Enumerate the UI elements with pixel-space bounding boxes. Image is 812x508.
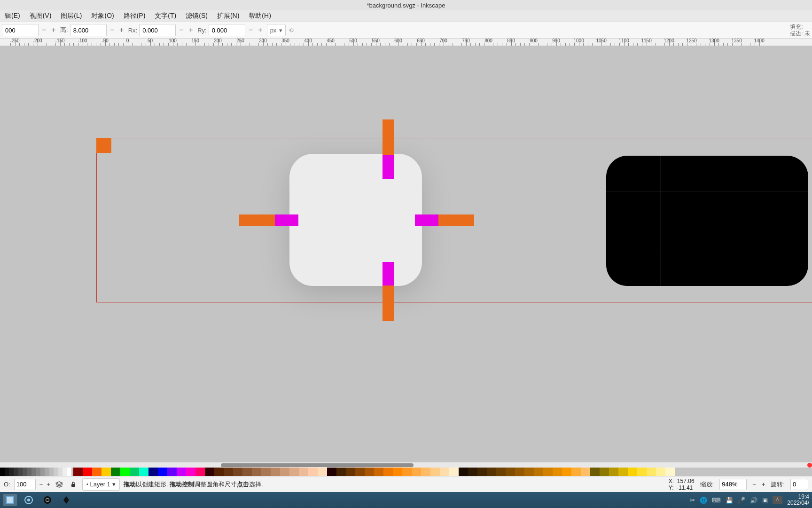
tray-scissors-icon[interactable]: ✂ — [690, 497, 695, 504]
swatch[interactable] — [92, 468, 102, 476]
swatch[interactable] — [186, 468, 195, 476]
swatch[interactable] — [0, 468, 5, 476]
zoom-minus-icon[interactable]: − — [752, 481, 756, 488]
swatch[interactable] — [289, 468, 299, 476]
swatch[interactable] — [224, 468, 233, 476]
tray-mic-icon[interactable]: 🎤 — [738, 497, 745, 504]
swatch[interactable] — [600, 468, 609, 476]
tray-globe-icon[interactable]: 🌐 — [700, 497, 707, 504]
swatch[interactable] — [261, 468, 271, 476]
taskbar-start-button[interactable] — [3, 494, 17, 506]
swatch[interactable] — [67, 468, 72, 476]
swatch[interactable] — [393, 468, 402, 476]
swatch[interactable] — [618, 468, 628, 476]
swatch[interactable] — [9, 468, 14, 476]
swatch[interactable] — [102, 468, 111, 476]
swatch[interactable] — [36, 468, 40, 476]
swatch[interactable] — [23, 468, 27, 476]
swatch[interactable] — [637, 468, 647, 476]
rx-plus-icon[interactable]: + — [187, 24, 195, 36]
opacity-minus-icon[interactable]: − — [39, 481, 43, 488]
menu-item-6[interactable]: 滤镜(S) — [181, 10, 212, 22]
tray-disk-icon[interactable]: 💾 — [726, 497, 733, 504]
zoom-plus-icon[interactable]: + — [762, 481, 765, 488]
unit-select[interactable]: px ▾ — [267, 24, 286, 36]
handle-bottom-orange[interactable] — [383, 286, 394, 321]
swatch[interactable] — [656, 468, 665, 476]
opacity-input[interactable] — [14, 479, 36, 490]
swatch[interactable] — [83, 468, 92, 476]
swatch[interactable] — [111, 468, 120, 476]
menu-item-1[interactable]: 视图(V) — [25, 10, 56, 22]
layer-select[interactable]: • Layer 1 ▾ — [82, 478, 120, 491]
menu-item-7[interactable]: 扩展(N) — [212, 10, 244, 22]
menu-item-2[interactable]: 图层(L) — [56, 10, 86, 22]
swatch[interactable] — [336, 468, 346, 476]
swatch[interactable] — [459, 468, 468, 476]
swatch[interactable] — [468, 468, 477, 476]
swatch[interactable] — [120, 468, 130, 476]
swatch[interactable] — [31, 468, 36, 476]
menu-item-0[interactable]: 辑(E) — [0, 10, 25, 22]
handle-right-orange[interactable] — [438, 214, 474, 226]
width-plus-icon[interactable]: + — [50, 24, 57, 36]
swatch[interactable] — [506, 468, 515, 476]
swatch[interactable] — [58, 468, 63, 476]
swatch[interactable] — [430, 468, 440, 476]
swatch[interactable] — [233, 468, 242, 476]
swatch[interactable] — [421, 468, 430, 476]
swatch[interactable] — [62, 468, 67, 476]
swatch[interactable] — [158, 468, 167, 476]
swatch[interactable] — [515, 468, 524, 476]
swatch[interactable] — [477, 468, 487, 476]
menu-item-4[interactable]: 路径(P) — [119, 10, 150, 22]
tray-volume-icon[interactable]: 🔊 — [750, 497, 757, 504]
swatch[interactable] — [581, 468, 590, 476]
swatch[interactable] — [355, 468, 365, 476]
scrollbar-thumb[interactable] — [221, 463, 414, 467]
swatch[interactable] — [534, 468, 543, 476]
swatch[interactable] — [177, 468, 186, 476]
swatch[interactable] — [167, 468, 177, 476]
taskbar-app-chromium[interactable] — [22, 494, 36, 506]
menu-item-5[interactable]: 文字(T) — [150, 10, 181, 22]
rotate-input[interactable] — [790, 479, 808, 490]
swatch[interactable] — [271, 468, 280, 476]
swatch[interactable] — [214, 468, 224, 476]
lock-icon[interactable] — [68, 479, 78, 490]
swatch[interactable] — [440, 468, 449, 476]
shape-black-rounded-square[interactable] — [606, 156, 808, 286]
swatch[interactable] — [299, 468, 308, 476]
handle-top-magenta[interactable] — [383, 155, 394, 179]
swatch[interactable] — [449, 468, 459, 476]
horizontal-ruler[interactable]: -250-200-150-100-50050100150200250300350… — [0, 39, 812, 46]
ry-input[interactable] — [209, 24, 245, 36]
swatch[interactable] — [205, 468, 214, 476]
swatch[interactable] — [327, 468, 336, 476]
tray-shell-icon[interactable]: ▣ — [762, 497, 768, 504]
swatch[interactable] — [374, 468, 383, 476]
tray-expand-icon[interactable]: ＾ — [773, 496, 782, 504]
width-input[interactable] — [2, 24, 39, 36]
taskbar-clock[interactable]: 19:4 2022/04/ — [787, 494, 809, 506]
swatch[interactable] — [14, 468, 18, 476]
rx-minus-icon[interactable]: − — [178, 24, 185, 36]
swatch[interactable] — [18, 468, 23, 476]
menu-item-3[interactable]: 对象(O) — [86, 10, 118, 22]
swatch[interactable] — [5, 468, 9, 476]
canvas-area[interactable] — [0, 46, 812, 462]
swatch[interactable] — [628, 468, 637, 476]
width-minus-icon[interactable]: − — [40, 24, 48, 36]
swatch[interactable] — [665, 468, 675, 476]
swatch[interactable] — [346, 468, 355, 476]
menu-item-8[interactable]: 帮助(H) — [244, 10, 275, 22]
swatch[interactable] — [49, 468, 54, 476]
tray-keyboard-icon[interactable]: ⌨ — [712, 497, 721, 504]
swatch[interactable] — [130, 468, 139, 476]
swatch[interactable] — [487, 468, 496, 476]
swatch[interactable] — [148, 468, 158, 476]
height-input[interactable] — [70, 24, 107, 36]
swatch[interactable] — [609, 468, 618, 476]
swatch[interactable] — [365, 468, 374, 476]
swatch[interactable] — [553, 468, 562, 476]
